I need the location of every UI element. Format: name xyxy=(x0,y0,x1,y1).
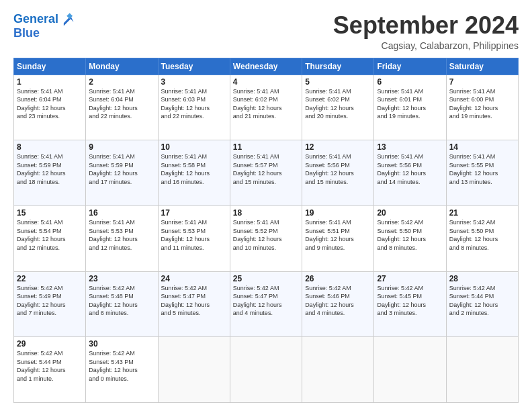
page: General Blue September 2024 Cagsiay, Cal… xyxy=(0,0,532,411)
weekday-header-wednesday: Wednesday xyxy=(230,58,302,75)
day-number: 2 xyxy=(89,77,154,87)
day-number: 13 xyxy=(377,142,443,152)
calendar-cell: 22Sunrise: 5:42 AMSunset: 5:49 PMDayligh… xyxy=(14,271,86,337)
day-number: 29 xyxy=(17,339,83,349)
cell-info: Sunrise: 5:41 AMSunset: 6:02 PMDaylight:… xyxy=(233,87,299,121)
calendar-cell xyxy=(158,337,230,403)
cell-info: Sunrise: 5:42 AMSunset: 5:45 PMDaylight:… xyxy=(377,284,443,318)
logo: General Blue xyxy=(13,12,75,40)
cell-info: Sunrise: 5:42 AMSunset: 5:47 PMDaylight:… xyxy=(161,284,227,318)
day-number: 12 xyxy=(305,142,371,152)
calendar-cell: 24Sunrise: 5:42 AMSunset: 5:47 PMDayligh… xyxy=(158,271,230,337)
calendar-cell: 14Sunrise: 5:41 AMSunset: 5:55 PMDayligh… xyxy=(446,140,518,206)
cell-info: Sunrise: 5:41 AMSunset: 5:55 PMDaylight:… xyxy=(449,152,515,186)
calendar-cell: 28Sunrise: 5:42 AMSunset: 5:44 PMDayligh… xyxy=(446,271,518,337)
cell-info: Sunrise: 5:41 AMSunset: 5:59 PMDaylight:… xyxy=(89,152,154,186)
calendar-cell: 5Sunrise: 5:41 AMSunset: 6:02 PMDaylight… xyxy=(302,75,374,140)
calendar-cell: 13Sunrise: 5:41 AMSunset: 5:56 PMDayligh… xyxy=(374,140,446,206)
weekday-header-monday: Monday xyxy=(86,58,158,75)
day-number: 14 xyxy=(449,142,515,152)
calendar-cell xyxy=(230,337,302,403)
day-number: 18 xyxy=(233,208,299,218)
cell-info: Sunrise: 5:42 AMSunset: 5:49 PMDaylight:… xyxy=(17,284,83,318)
location: Cagsiay, Calabarzon, Philippines xyxy=(333,40,519,51)
calendar-cell: 3Sunrise: 5:41 AMSunset: 6:03 PMDaylight… xyxy=(158,75,230,140)
day-number: 15 xyxy=(17,208,83,218)
calendar-cell: 1Sunrise: 5:41 AMSunset: 6:04 PMDaylight… xyxy=(14,75,86,140)
calendar-cell: 26Sunrise: 5:42 AMSunset: 5:46 PMDayligh… xyxy=(302,271,374,337)
calendar-cell: 19Sunrise: 5:41 AMSunset: 5:51 PMDayligh… xyxy=(302,205,374,271)
calendar-cell: 17Sunrise: 5:41 AMSunset: 5:53 PMDayligh… xyxy=(158,205,230,271)
day-number: 26 xyxy=(305,274,371,283)
cell-info: Sunrise: 5:41 AMSunset: 5:56 PMDaylight:… xyxy=(377,152,443,186)
calendar-week-2: 8Sunrise: 5:41 AMSunset: 5:59 PMDaylight… xyxy=(14,140,519,206)
header: General Blue September 2024 Cagsiay, Cal… xyxy=(13,12,519,51)
calendar-week-4: 22Sunrise: 5:42 AMSunset: 5:49 PMDayligh… xyxy=(14,271,519,337)
weekday-header-saturday: Saturday xyxy=(446,58,518,75)
cell-info: Sunrise: 5:41 AMSunset: 6:04 PMDaylight:… xyxy=(89,87,154,121)
cell-info: Sunrise: 5:41 AMSunset: 5:58 PMDaylight:… xyxy=(161,152,227,186)
weekday-header-thursday: Thursday xyxy=(302,58,374,75)
calendar-cell: 11Sunrise: 5:41 AMSunset: 5:57 PMDayligh… xyxy=(230,140,302,206)
title-block: September 2024 Cagsiay, Calabarzon, Phil… xyxy=(333,12,519,51)
cell-info: Sunrise: 5:41 AMSunset: 5:53 PMDaylight:… xyxy=(161,218,227,252)
day-number: 27 xyxy=(377,274,443,283)
calendar-cell xyxy=(374,337,446,403)
day-number: 28 xyxy=(449,274,515,283)
day-number: 1 xyxy=(17,77,83,87)
cell-info: Sunrise: 5:41 AMSunset: 6:04 PMDaylight:… xyxy=(17,87,83,121)
calendar-cell: 9Sunrise: 5:41 AMSunset: 5:59 PMDaylight… xyxy=(86,140,158,206)
cell-info: Sunrise: 5:42 AMSunset: 5:50 PMDaylight:… xyxy=(449,218,515,252)
cell-info: Sunrise: 5:42 AMSunset: 5:46 PMDaylight:… xyxy=(305,284,371,318)
svg-marker-1 xyxy=(66,13,73,19)
day-number: 10 xyxy=(161,142,227,152)
calendar-cell: 10Sunrise: 5:41 AMSunset: 5:58 PMDayligh… xyxy=(158,140,230,206)
day-number: 8 xyxy=(17,142,83,152)
calendar-cell: 2Sunrise: 5:41 AMSunset: 6:04 PMDaylight… xyxy=(86,75,158,140)
calendar-cell xyxy=(302,337,374,403)
day-number: 7 xyxy=(449,77,515,87)
calendar-week-1: 1Sunrise: 5:41 AMSunset: 6:04 PMDaylight… xyxy=(14,75,519,140)
cell-info: Sunrise: 5:41 AMSunset: 6:01 PMDaylight:… xyxy=(377,87,443,121)
calendar-cell: 4Sunrise: 5:41 AMSunset: 6:02 PMDaylight… xyxy=(230,75,302,140)
calendar-cell: 7Sunrise: 5:41 AMSunset: 6:00 PMDaylight… xyxy=(446,75,518,140)
day-number: 19 xyxy=(305,208,371,218)
day-number: 4 xyxy=(233,77,299,87)
day-number: 11 xyxy=(233,142,299,152)
cell-info: Sunrise: 5:42 AMSunset: 5:43 PMDaylight:… xyxy=(89,349,154,383)
day-number: 20 xyxy=(377,208,443,218)
calendar-cell: 16Sunrise: 5:41 AMSunset: 5:53 PMDayligh… xyxy=(86,205,158,271)
calendar-cell xyxy=(446,337,518,403)
logo-blue-text: Blue xyxy=(13,27,75,40)
day-number: 24 xyxy=(161,274,227,283)
weekday-header-friday: Friday xyxy=(374,58,446,75)
cell-info: Sunrise: 5:41 AMSunset: 6:00 PMDaylight:… xyxy=(449,87,515,121)
logo-icon xyxy=(60,12,75,27)
day-number: 25 xyxy=(233,274,299,283)
calendar-table: SundayMondayTuesdayWednesdayThursdayFrid… xyxy=(13,58,519,403)
cell-info: Sunrise: 5:42 AMSunset: 5:50 PMDaylight:… xyxy=(377,218,443,252)
calendar-cell: 18Sunrise: 5:41 AMSunset: 5:52 PMDayligh… xyxy=(230,205,302,271)
calendar-week-5: 29Sunrise: 5:42 AMSunset: 5:44 PMDayligh… xyxy=(14,337,519,403)
cell-info: Sunrise: 5:41 AMSunset: 5:56 PMDaylight:… xyxy=(305,152,371,186)
month-title: September 2024 xyxy=(333,12,519,39)
calendar-body: 1Sunrise: 5:41 AMSunset: 6:04 PMDaylight… xyxy=(14,75,519,402)
calendar-cell: 25Sunrise: 5:42 AMSunset: 5:47 PMDayligh… xyxy=(230,271,302,337)
calendar-cell: 23Sunrise: 5:42 AMSunset: 5:48 PMDayligh… xyxy=(86,271,158,337)
calendar-cell: 21Sunrise: 5:42 AMSunset: 5:50 PMDayligh… xyxy=(446,205,518,271)
calendar-cell: 12Sunrise: 5:41 AMSunset: 5:56 PMDayligh… xyxy=(302,140,374,206)
cell-info: Sunrise: 5:41 AMSunset: 5:51 PMDaylight:… xyxy=(305,218,371,252)
day-number: 30 xyxy=(89,339,154,349)
day-number: 22 xyxy=(17,274,83,283)
cell-info: Sunrise: 5:41 AMSunset: 5:52 PMDaylight:… xyxy=(233,218,299,252)
day-number: 16 xyxy=(89,208,154,218)
calendar-cell: 30Sunrise: 5:42 AMSunset: 5:43 PMDayligh… xyxy=(86,337,158,403)
cell-info: Sunrise: 5:41 AMSunset: 5:54 PMDaylight:… xyxy=(17,218,83,252)
calendar-cell: 8Sunrise: 5:41 AMSunset: 5:59 PMDaylight… xyxy=(14,140,86,206)
weekday-header-tuesday: Tuesday xyxy=(158,58,230,75)
calendar-week-3: 15Sunrise: 5:41 AMSunset: 5:54 PMDayligh… xyxy=(14,205,519,271)
day-number: 23 xyxy=(89,274,154,283)
calendar-cell: 20Sunrise: 5:42 AMSunset: 5:50 PMDayligh… xyxy=(374,205,446,271)
cell-info: Sunrise: 5:42 AMSunset: 5:44 PMDaylight:… xyxy=(449,284,515,318)
calendar-cell: 29Sunrise: 5:42 AMSunset: 5:44 PMDayligh… xyxy=(14,337,86,403)
